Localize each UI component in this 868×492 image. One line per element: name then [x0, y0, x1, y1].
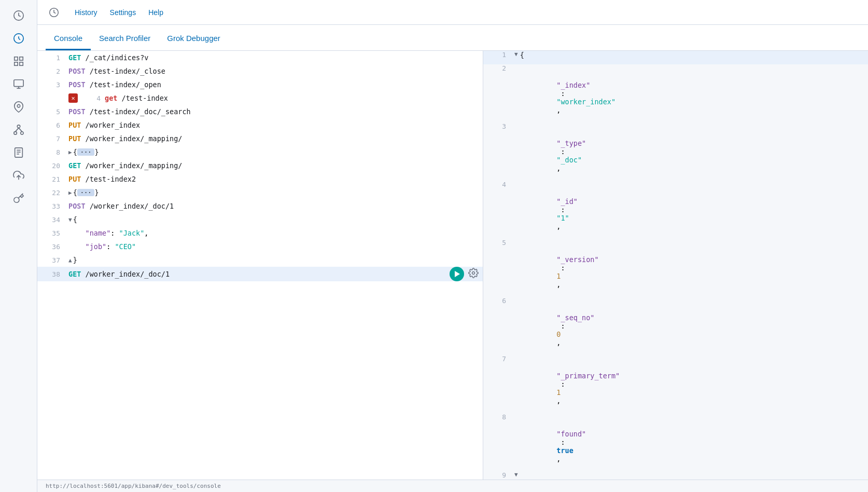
tab-console[interactable]: Console: [46, 28, 91, 50]
table-row: 5 "_version" : 1 ,: [483, 239, 868, 297]
status-bar: http://localhost:5601/app/kibana#/dev_to…: [37, 480, 868, 492]
table-row: 2 "_index" : "worker_index" ,: [483, 64, 868, 122]
table-row: 1 GET /_cat/indices?v: [37, 51, 483, 64]
svg-line-16: [19, 128, 22, 131]
table-row: 37 ▲ }: [37, 253, 483, 267]
table-row: 3 POST /test-index/_open: [37, 78, 483, 91]
table-row: 22 ▶ { ··· }: [37, 186, 483, 199]
svg-rect-8: [13, 80, 23, 87]
help-link[interactable]: Help: [148, 8, 163, 17]
tab-bar: Console Search Profiler Grok Debugger: [37, 25, 868, 51]
svg-rect-6: [14, 62, 17, 65]
sidebar-item-key[interactable]: [8, 188, 29, 209]
fold-toggle-22[interactable]: ▶: [68, 189, 72, 196]
fold-toggle-r1[interactable]: ▼: [514, 51, 518, 58]
sidebar: [0, 0, 37, 492]
error-badge: ✕: [68, 93, 78, 103]
table-row: 5 POST /test-index/_doc/_search: [37, 105, 483, 118]
table-row: 35 "name" : "Jack" ,: [37, 226, 483, 240]
table-row: 7 "_primary_term" : 1 ,: [483, 355, 868, 413]
table-row: 6 PUT /worker_index: [37, 118, 483, 132]
run-button[interactable]: [450, 267, 464, 281]
line-actions: [450, 267, 479, 281]
line-num-4: 4: [82, 94, 101, 102]
table-row: 21 PUT /test-index2: [37, 172, 483, 186]
sidebar-item-nodes[interactable]: [8, 119, 29, 140]
table-row: 8 ▶ { ··· }: [37, 145, 483, 159]
sidebar-item-dashboard[interactable]: [8, 28, 29, 49]
table-row: 20 GET /worker_index/_mapping/: [37, 159, 483, 172]
svg-rect-5: [19, 57, 22, 60]
table-row: ✕ 4 get /test-index: [37, 91, 483, 105]
active-request-line: 38 GET /worker_index/_doc/1: [37, 267, 483, 281]
svg-line-15: [15, 128, 18, 131]
table-row: 7 PUT /worker_index/_mapping/: [37, 132, 483, 145]
fold-toggle-37[interactable]: ▲: [68, 257, 72, 264]
svg-rect-17: [15, 148, 22, 157]
tab-grok-debugger[interactable]: Grok Debugger: [159, 28, 229, 50]
table-row: 2 POST /test-index/_close: [37, 64, 483, 78]
main-content: History Settings Help Console Search Pro…: [37, 0, 868, 492]
table-row: 3 "_type" : "_doc" ,: [483, 122, 868, 181]
table-row: 4 "_id" : "1" ,: [483, 181, 868, 239]
tab-search-profiler[interactable]: Search Profiler: [91, 28, 159, 50]
sidebar-item-visualize[interactable]: [8, 51, 29, 72]
table-row: 9 ▼ "_source" : {: [483, 471, 868, 480]
svg-rect-7: [19, 62, 22, 65]
table-row: 36 "job" : "CEO": [37, 240, 483, 253]
table-row: 8 "found" : true ,: [483, 413, 868, 471]
table-row: 1 ▼ {: [483, 51, 868, 64]
request-settings-button[interactable]: [468, 268, 479, 280]
history-link[interactable]: History: [75, 8, 97, 17]
collapsed-snippet-8[interactable]: ···: [77, 148, 95, 156]
topbar-clock-icon: [46, 4, 62, 21]
right-editor: 1 ▼ { 2 "_index" : "worker_index" , 3: [483, 51, 868, 480]
table-row: 34 ▼ {: [37, 213, 483, 226]
collapsed-snippet-22[interactable]: ···: [77, 189, 95, 196]
svg-point-14: [20, 132, 23, 134]
svg-point-23: [472, 272, 475, 275]
svg-point-13: [13, 132, 17, 134]
sidebar-item-clock[interactable]: [8, 5, 29, 26]
sidebar-item-dashboard2[interactable]: [8, 74, 29, 94]
sidebar-item-reports[interactable]: [8, 142, 29, 163]
table-row: 6 "_seq_no" : 0 ,: [483, 297, 868, 355]
fold-toggle-r9[interactable]: ▼: [514, 471, 518, 478]
svg-line-3: [19, 38, 20, 40]
topbar: History Settings Help: [37, 0, 868, 25]
svg-point-12: [17, 125, 20, 128]
table-row: 33 POST /worker_index/_doc/1: [37, 199, 483, 213]
left-editor[interactable]: 1 GET /_cat/indices?v 2 POST /test-index…: [37, 51, 483, 480]
fold-toggle-34[interactable]: ▼: [68, 216, 72, 223]
settings-link[interactable]: Settings: [110, 8, 136, 17]
editor-area: 1 GET /_cat/indices?v 2 POST /test-index…: [37, 51, 868, 480]
status-text: http://localhost:5601/app/kibana#/dev_to…: [46, 483, 221, 489]
svg-rect-4: [14, 57, 17, 60]
svg-point-11: [17, 104, 20, 107]
sidebar-item-upload[interactable]: [8, 165, 29, 186]
sidebar-item-map[interactable]: [8, 97, 29, 117]
fold-toggle-8[interactable]: ▶: [68, 149, 72, 156]
